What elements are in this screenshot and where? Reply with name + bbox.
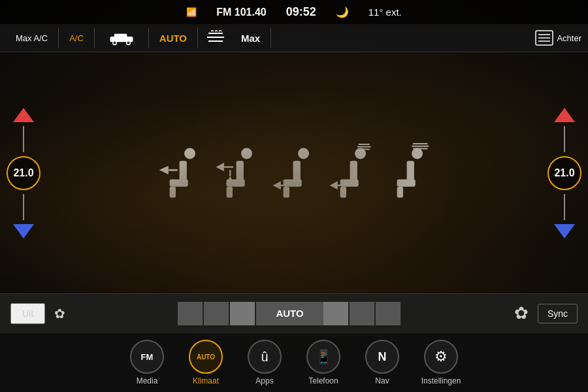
nav-label-telefoon: Telefoon <box>308 376 338 385</box>
fan-icon-small[interactable]: ✿ <box>45 302 74 325</box>
nav-label-instellingen: Instellingen <box>421 376 461 385</box>
fan-max-button[interactable] <box>199 27 232 49</box>
fan-speed-1[interactable] <box>178 302 204 325</box>
fan-speed-6[interactable] <box>350 302 376 325</box>
fan-icon-large[interactable]: ✿ <box>505 299 538 327</box>
nav-circle-media: FM <box>130 340 164 374</box>
svg-point-3 <box>126 41 130 45</box>
fan-speed-5[interactable] <box>323 302 350 325</box>
nav-item-klimaat[interactable]: AUTO Klimaat <box>183 340 229 385</box>
nav-label-nav: Nav <box>375 376 389 385</box>
fan-speed-selector: AUTO <box>74 302 505 325</box>
clock-display: 09:52 <box>286 5 316 19</box>
ext-temperature: 11° ext. <box>368 7 402 18</box>
max-label[interactable]: Max <box>232 29 269 48</box>
klimaat-icon: AUTO <box>197 353 215 361</box>
climate-main-area: 21.0 <box>0 52 588 293</box>
fan-speed-7[interactable] <box>376 302 402 325</box>
left-temp-up-button[interactable] <box>13 108 34 122</box>
nav-label-apps: Apps <box>255 376 273 385</box>
nav-label-klimaat: Klimaat <box>193 376 219 385</box>
ac-button[interactable]: A/C <box>60 29 93 47</box>
fan-speed-bar: Uit ✿ AUTO ✿ Sync <box>0 293 588 333</box>
nav-circle-apps: û <box>248 340 282 374</box>
defroster-icon <box>206 29 225 46</box>
separator <box>270 28 271 48</box>
separator <box>148 28 149 48</box>
radio-frequency: FM 101.40 <box>216 7 266 18</box>
fan-speed-2[interactable] <box>204 302 230 325</box>
moon-icon: 🌙 <box>336 6 349 18</box>
control-bar: Max A/C A/C AUTO <box>0 24 588 52</box>
status-bar: 📶 FM 101.40 09:52 🌙 11° ext. <box>0 0 588 24</box>
nav-circle-klimaat: AUTO <box>189 340 223 374</box>
nav-item-nav[interactable]: N Nav <box>359 340 405 385</box>
nav-circle-nav: N <box>365 340 399 374</box>
separator <box>197 28 198 48</box>
right-temp-display: 21.0 <box>547 156 581 190</box>
svg-point-2 <box>112 41 116 45</box>
nav-circle-telefoon: 📱 <box>306 340 340 374</box>
nav-icon: N <box>378 350 387 364</box>
fan-speed-3[interactable] <box>230 302 256 325</box>
left-temp-display: 21.0 <box>7 156 41 190</box>
nav-item-apps[interactable]: û Apps <box>242 340 287 385</box>
temp-line-left-bottom <box>23 194 24 220</box>
nav-item-instellingen[interactable]: ⚙ Instellingen <box>418 340 464 385</box>
media-icon: FM <box>141 352 154 362</box>
apps-icon: û <box>261 350 268 365</box>
temp-line-right-bottom <box>564 194 565 220</box>
settings-icon: ⚙ <box>434 348 448 365</box>
temp-line-left <box>23 126 24 152</box>
bottom-navigation: FM Media AUTO Klimaat û Apps 📱 Telefoon … <box>0 333 588 392</box>
right-temp-down-button[interactable] <box>554 224 575 238</box>
sync-button[interactable]: Sync <box>538 304 578 323</box>
achter-label: Achter <box>557 33 581 43</box>
right-temp-up-button[interactable] <box>554 108 575 122</box>
nav-circle-instellingen: ⚙ <box>424 340 458 374</box>
telefoon-icon: 📱 <box>316 349 332 365</box>
radio-wave-icon: 📶 <box>186 7 197 17</box>
separator <box>58 28 59 48</box>
separator <box>94 28 95 48</box>
left-temp-control: 21.0 <box>0 108 47 238</box>
car-recirculation-button[interactable] <box>96 27 147 48</box>
nav-item-telefoon[interactable]: 📱 Telefoon <box>301 340 346 385</box>
left-temp-down-button[interactable] <box>13 224 34 238</box>
rear-defroster-icon <box>534 29 554 46</box>
achter-button[interactable]: Achter <box>534 29 581 46</box>
fan-auto-button[interactable]: AUTO <box>256 302 323 325</box>
auto-button[interactable]: AUTO <box>150 29 196 48</box>
nav-label-media: Media <box>137 376 158 385</box>
temp-line-right <box>564 126 565 152</box>
nav-item-media[interactable]: FM Media <box>124 340 170 385</box>
max-ac-button[interactable]: Max A/C <box>7 29 57 47</box>
car-icon <box>108 30 135 46</box>
right-temp-control: 21.0 <box>541 108 588 238</box>
fan-off-button[interactable]: Uit <box>10 303 45 324</box>
